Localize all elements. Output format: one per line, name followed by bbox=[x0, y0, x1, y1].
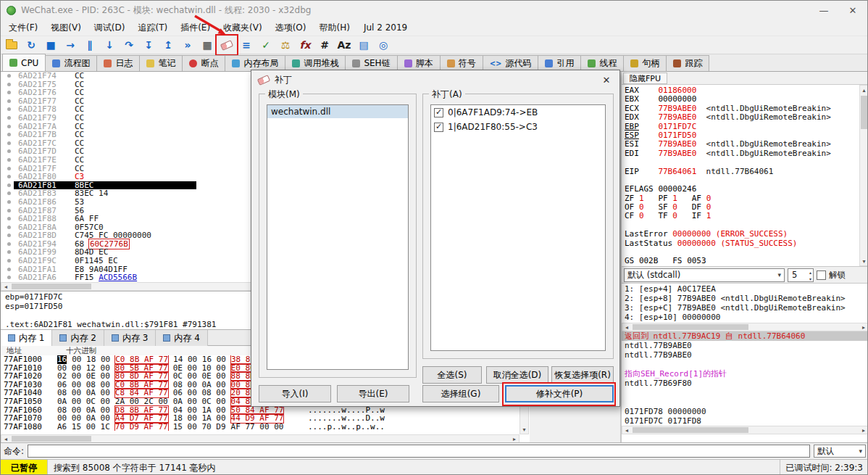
stack-row[interactable] bbox=[622, 388, 868, 397]
menu-item-1[interactable]: 视图(V) bbox=[44, 20, 88, 36]
tab-call-stack[interactable]: 调用堆栈 bbox=[285, 55, 346, 71]
check-button[interactable]: ✓ bbox=[256, 36, 275, 54]
pause-button[interactable]: ∥ bbox=[80, 36, 99, 54]
tab-graph[interactable]: 流程图 bbox=[45, 55, 97, 71]
scroll-thumb[interactable] bbox=[12, 284, 91, 289]
arguments-hscrollbar[interactable]: ◂ ▸ bbox=[622, 323, 868, 331]
scroll-thumb[interactable] bbox=[633, 427, 748, 433]
import-button[interactable]: 导入(I) bbox=[259, 385, 331, 402]
scroll-left-icon[interactable]: ◂ bbox=[622, 426, 631, 434]
registers-vscrollbar[interactable]: ▴ ▾ bbox=[859, 85, 868, 266]
hash-button[interactable]: # bbox=[315, 36, 334, 54]
patch-checkbox[interactable] bbox=[434, 123, 443, 132]
stack-row[interactable] bbox=[622, 397, 868, 407]
stack-row[interactable] bbox=[622, 360, 868, 369]
arg-count-spinner[interactable]: 5 bbox=[788, 268, 814, 282]
register-line[interactable]: EDI 77B9ABE0 <ntdll.DbgUiRemoteBreakin> bbox=[625, 149, 859, 158]
patch-list-item[interactable]: 1|6AD21F80:55->C3 bbox=[431, 120, 605, 134]
dump-tab-3[interactable]: 内存 3 bbox=[104, 330, 156, 346]
scroll-left-icon[interactable]: ◂ bbox=[1, 283, 10, 290]
notes-button[interactable]: ▤ bbox=[354, 36, 373, 54]
dump-row[interactable]: 77AF1080A6 15 00 1C70 D9 AF 7715 00 70 D… bbox=[1, 423, 519, 431]
module-list-item[interactable]: wechatwin.dll bbox=[267, 105, 408, 118]
scroll-up-icon[interactable]: ▴ bbox=[860, 86, 868, 94]
unlock-checkbox[interactable] bbox=[817, 270, 826, 280]
restore-selection-button[interactable]: 恢复选择项(R) bbox=[551, 366, 614, 384]
scroll-thumb[interactable] bbox=[633, 324, 748, 330]
scroll-left-icon[interactable]: ◂ bbox=[1, 435, 10, 442]
stack-hscrollbar[interactable]: ◂ ▸ bbox=[622, 426, 868, 434]
stack-row[interactable]: ntdll.77B9ABE0 bbox=[622, 350, 868, 360]
dump-row[interactable]: 77AF107000 00 0A 00A4 D7 AF 7718 00 1A 0… bbox=[1, 414, 519, 423]
register-line[interactable]: CF 0 TF 0 IF 1 bbox=[625, 212, 859, 220]
tab-references[interactable]: 引用 bbox=[538, 55, 581, 71]
execute-till-return-button[interactable]: ↧ bbox=[139, 36, 158, 54]
scales-button[interactable]: ⚖ bbox=[276, 36, 295, 54]
stack-row[interactable]: 指向SEH_Record[1]的指针 bbox=[622, 369, 868, 379]
menu-item-4[interactable]: 插件(E) bbox=[174, 20, 217, 36]
export-button[interactable]: 导出(E) bbox=[337, 385, 409, 402]
patch-dialog-titlebar[interactable]: 补丁 ✕ bbox=[251, 70, 619, 89]
patch-list[interactable]: 0|6A7F1AD9:74->EB1|6AD21F80:55->C3 bbox=[430, 104, 606, 351]
menu-item-2[interactable]: 调试(D) bbox=[88, 20, 132, 36]
deselect-all-button[interactable]: 取消全选(D) bbox=[486, 366, 548, 384]
command-profile-select[interactable]: 默认 bbox=[814, 445, 866, 458]
scroll-right-icon[interactable]: ▸ bbox=[859, 426, 868, 434]
scroll-left-icon[interactable]: ◂ bbox=[622, 323, 631, 331]
run-button[interactable]: → bbox=[61, 36, 80, 54]
hide-fpu-button[interactable]: 隐藏FPU bbox=[623, 73, 667, 84]
minimize-button[interactable]: — bbox=[809, 1, 838, 20]
menu-item-6[interactable]: 选项(O) bbox=[269, 20, 313, 36]
register-line[interactable]: GS 002B FS 0053 bbox=[625, 257, 859, 265]
dump-tab-1[interactable]: 内存 1 bbox=[1, 330, 52, 346]
menu-item-0[interactable]: 文件(F) bbox=[2, 20, 44, 36]
register-line[interactable]: LastStatus 00000000 (STATUS_SUCCESS) bbox=[625, 239, 859, 248]
scroll-down-icon[interactable]: ▾ bbox=[520, 425, 528, 434]
tab-trace[interactable]: 跟踪 bbox=[666, 55, 709, 71]
restart-button[interactable]: ↻ bbox=[22, 36, 41, 54]
arguments-view[interactable]: 1: [esp+4] A0C17EEA2: [esp+8] 77B9ABE0 <… bbox=[622, 284, 868, 323]
patch-file-button[interactable]: 修补文件(P) bbox=[505, 385, 614, 402]
module-list[interactable]: wechatwin.dll bbox=[267, 104, 409, 370]
breakpoints-button[interactable]: ▦ bbox=[198, 36, 217, 54]
open-file-button[interactable] bbox=[2, 36, 21, 54]
patch-checkbox[interactable] bbox=[434, 108, 443, 117]
scroll-thumb[interactable] bbox=[861, 96, 867, 129]
stack-row[interactable]: 返回到 ntdll.77B9AC19 自 ntdll.77B64060 bbox=[622, 331, 868, 341]
select-all-button[interactable]: 全选(S) bbox=[422, 366, 482, 384]
menu-item-7[interactable]: 帮助(H) bbox=[313, 20, 356, 36]
step-into-button[interactable]: ↓ bbox=[100, 36, 119, 54]
scroll-down-icon[interactable]: ▾ bbox=[860, 257, 868, 265]
scroll-thumb[interactable] bbox=[12, 436, 91, 442]
tab-notes[interactable]: 笔记 bbox=[139, 55, 183, 71]
step-out-button[interactable]: ↥ bbox=[159, 36, 178, 54]
dump-tab-4[interactable]: 内存 4 bbox=[156, 330, 207, 346]
calling-convention-select[interactable]: 默认 (stdcall) bbox=[624, 268, 785, 282]
menu-item-3[interactable]: 追踪(T) bbox=[131, 20, 174, 36]
skip-next-button[interactable]: » bbox=[178, 36, 197, 54]
menu-item-5[interactable]: 收藏夹(V) bbox=[217, 20, 269, 36]
dialog-close-button[interactable]: ✕ bbox=[593, 70, 619, 89]
handles-button[interactable]: ◎ bbox=[374, 36, 393, 54]
stack-row[interactable]: 0171FD78 00000000 bbox=[622, 407, 868, 416]
tab-memory-map[interactable]: 内存布局 bbox=[225, 55, 285, 71]
scroll-right-icon[interactable]: ▸ bbox=[859, 323, 868, 331]
register-line[interactable]: EIP 77B64061 ntdll.77B64061 bbox=[625, 168, 859, 176]
tab-symbols[interactable]: 符号 bbox=[440, 55, 483, 71]
scroll-right-icon[interactable]: ▸ bbox=[510, 435, 519, 442]
tab-seh-chain[interactable]: SEH链 bbox=[345, 55, 397, 71]
stack-row[interactable]: 0171FD7C 0171FD8 bbox=[622, 416, 868, 426]
strings-az-button[interactable]: Az bbox=[335, 36, 354, 54]
tab-breakpoints[interactable]: 断点 bbox=[182, 55, 225, 71]
stack-row[interactable]: ntdll.77B9ABE0 bbox=[622, 341, 868, 350]
stack-view[interactable]: 返回到 ntdll.77B9AC19 自 ntdll.77B64060ntdll… bbox=[622, 331, 868, 426]
tab-threads[interactable]: 线程 bbox=[580, 55, 624, 71]
select-group-button[interactable]: 选择组(G) bbox=[422, 385, 499, 402]
tab-cpu[interactable]: CPU bbox=[2, 54, 46, 71]
tab-source[interactable]: <>源代码 bbox=[483, 55, 539, 71]
patch-list-item[interactable]: 0|6A7F1AD9:74->EB bbox=[431, 105, 605, 120]
dump-tab-2[interactable]: 内存 2 bbox=[52, 330, 104, 346]
stack-row[interactable]: ntdll.77B69F80 bbox=[622, 379, 868, 388]
close-button[interactable]: ✕ bbox=[838, 1, 867, 20]
assemble-fx-button[interactable]: fx bbox=[296, 36, 314, 54]
